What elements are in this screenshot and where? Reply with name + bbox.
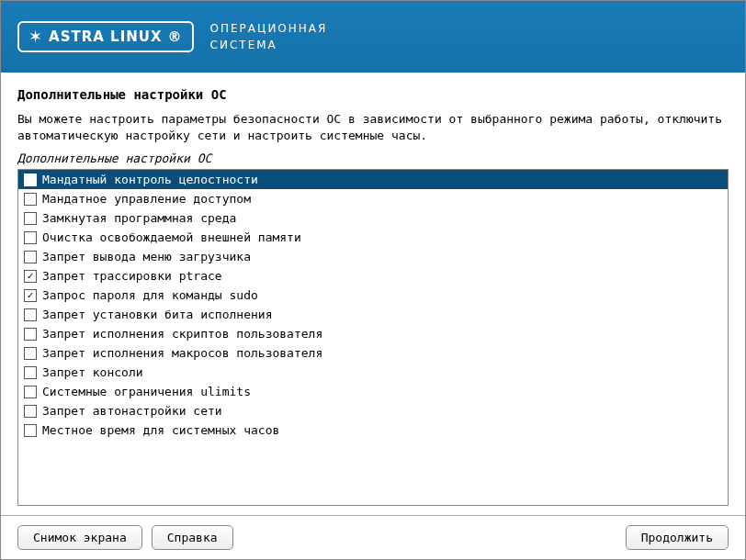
option-row[interactable]: Замкнутая программная среда [18, 208, 728, 228]
option-row[interactable]: Запрет консоли [18, 363, 728, 382]
option-label: Запрет вывода меню загрузчика [42, 250, 251, 263]
option-label: Системные ограничения ulimits [42, 385, 251, 398]
option-label: Очистка освобождаемой внешней памяти [42, 230, 301, 244]
option-label: Мандатное управление доступом [42, 192, 251, 206]
checkbox-icon[interactable] [24, 251, 37, 263]
page-description: Вы можете настроить параметры безопаснос… [17, 111, 729, 144]
logo-suffix: ® [168, 28, 183, 45]
header-subtitle-line1: ОПЕРАЦИОННАЯ [210, 20, 328, 37]
option-row[interactable]: Местное время для системных часов [18, 420, 728, 440]
star-icon: ✶ [28, 28, 43, 45]
option-label: Запрет автонастройки сети [42, 404, 222, 418]
checkbox-icon[interactable] [24, 424, 37, 437]
option-label: Запрет исполнения скриптов пользователя [42, 327, 322, 341]
content-area: Дополнительные настройки ОС Вы можете на… [1, 73, 745, 515]
checkbox-icon[interactable] [24, 366, 37, 379]
option-row[interactable]: Запрет трассировки ptrace [18, 266, 728, 286]
checkbox-icon[interactable] [24, 386, 37, 398]
checkbox-icon[interactable] [24, 270, 37, 283]
screenshot-button[interactable]: Снимок экрана [17, 525, 142, 550]
footer-bar: Снимок экрана Справка Продолжить [1, 515, 745, 559]
checkbox-icon[interactable] [24, 193, 37, 206]
option-row[interactable]: Запрет исполнения скриптов пользователя [18, 324, 728, 343]
option-label: Замкнутая программная среда [42, 211, 236, 225]
option-label: Мандатный контроль целостности [42, 173, 258, 186]
checkbox-icon[interactable] [24, 212, 37, 225]
section-label: Дополнительные настройки ОС [17, 151, 729, 165]
options-list: Мандатный контроль целостностиМандатное … [17, 169, 729, 506]
page-title: Дополнительные настройки ОС [17, 87, 729, 102]
checkbox-icon[interactable] [24, 405, 37, 418]
help-button[interactable]: Справка [152, 525, 233, 550]
header-subtitle: ОПЕРАЦИОННАЯ СИСТЕМА [210, 20, 328, 53]
option-label: Запрет консоли [42, 365, 143, 379]
option-row[interactable]: Запрос пароля для команды sudo [18, 286, 728, 305]
checkbox-icon[interactable] [24, 231, 37, 244]
checkbox-icon[interactable] [24, 328, 37, 341]
checkbox-icon[interactable] [24, 289, 37, 302]
logo-text: ASTRA LINUX [49, 28, 162, 45]
logo: ✶ ASTRA LINUX® [17, 21, 194, 52]
option-row[interactable]: Мандатное управление доступом [18, 189, 728, 208]
checkbox-icon[interactable] [24, 308, 37, 321]
option-label: Запрет трассировки ptrace [42, 269, 222, 283]
continue-button[interactable]: Продолжить [626, 525, 729, 550]
checkbox-icon[interactable] [24, 347, 37, 360]
checkbox-icon[interactable] [24, 174, 37, 186]
option-label: Запрет исполнения макросов пользователя [42, 346, 322, 360]
option-row[interactable]: Мандатный контроль целостности [18, 170, 728, 189]
installer-header: ✶ ASTRA LINUX® ОПЕРАЦИОННАЯ СИСТЕМА [1, 1, 745, 73]
option-row[interactable]: Запрет вывода меню загрузчика [18, 247, 728, 266]
option-label: Местное время для системных часов [42, 423, 279, 437]
option-row[interactable]: Запрет исполнения макросов пользователя [18, 343, 728, 363]
option-row[interactable]: Запрет установки бита исполнения [18, 305, 728, 324]
option-row[interactable]: Очистка освобождаемой внешней памяти [18, 228, 728, 247]
option-row[interactable]: Системные ограничения ulimits [18, 382, 728, 401]
option-label: Запрет установки бита исполнения [42, 308, 272, 321]
header-subtitle-line2: СИСТЕМА [210, 37, 328, 53]
option-label: Запрос пароля для команды sudo [42, 288, 258, 302]
option-row[interactable]: Запрет автонастройки сети [18, 401, 728, 420]
